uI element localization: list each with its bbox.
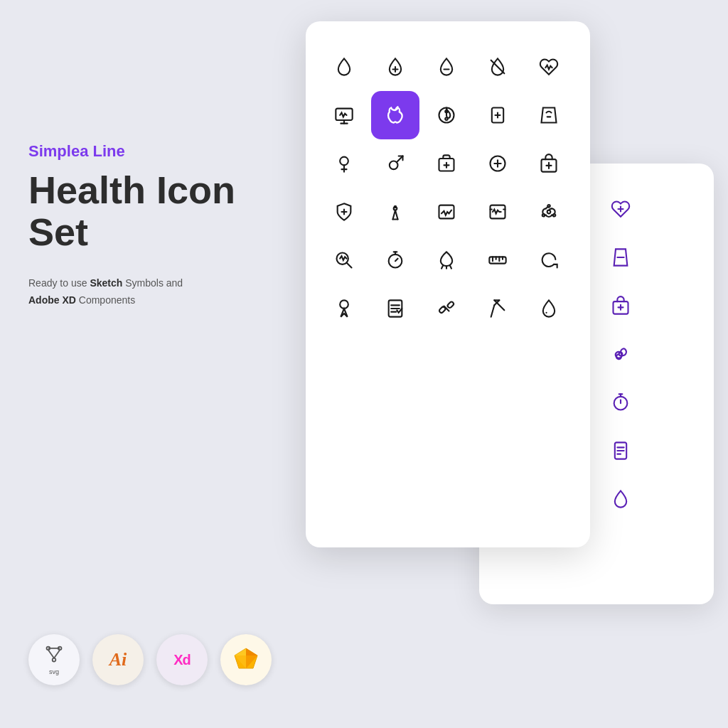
icon-yin-yang [422, 91, 471, 139]
icon-health-report [371, 284, 419, 333]
left-panel: Simplea Line Health IconSet Ready to use… [28, 142, 270, 309]
back-icon-weight [596, 233, 645, 282]
back-icon-report [596, 427, 645, 475]
svg-rect-85 [489, 257, 505, 263]
svg-point-50 [340, 157, 348, 166]
icon-timer [371, 236, 419, 284]
icon-water-add [371, 43, 419, 91]
icon-water-off [473, 43, 522, 91]
icon-ribbon-cancer [320, 284, 368, 333]
back-icon-timer [596, 378, 645, 427]
icon-measuring-tape [473, 236, 522, 284]
desc-adobe: Adobe XD [28, 294, 76, 306]
svg-line-3 [48, 650, 54, 658]
icon-water-drop [320, 43, 368, 91]
icon-medical-plus-circle [473, 139, 522, 188]
tools-row: svg Ai Xd [28, 634, 272, 685]
icon-medical-bag [525, 139, 573, 188]
icon-hand-care [422, 236, 471, 284]
icon-clipboard-health [473, 91, 522, 139]
svg-line-54 [397, 156, 402, 162]
desc-end: Components [76, 294, 135, 306]
icon-weight-scale [525, 91, 573, 139]
icon-cycle-refresh [525, 236, 573, 284]
svg-icon [44, 644, 64, 667]
icon-male-symbol [371, 139, 419, 188]
icon-biohazard [525, 188, 573, 236]
icon-body-measure [371, 188, 419, 236]
svg-line-80 [347, 263, 352, 268]
description: Ready to use Sketch Symbols and Adobe XD… [28, 275, 270, 309]
icon-water-drop-plain [525, 284, 573, 333]
desc-text: Ready to use [28, 277, 90, 289]
desc-sketch: Sketch [90, 277, 122, 289]
icon-water-minus [422, 43, 471, 91]
back-icon-drop-plain [596, 475, 645, 523]
svg-line-4 [54, 650, 60, 658]
svg-point-70 [395, 206, 396, 208]
icon-heart-ecg [473, 188, 522, 236]
svg-label: svg [49, 668, 59, 675]
svg-point-2 [53, 658, 56, 662]
main-title: Health IconSet [28, 169, 270, 254]
sketch-tool-badge [220, 634, 272, 685]
back-icon-biohazard [596, 330, 645, 378]
card-front [306, 21, 590, 547]
svg-point-76 [547, 205, 550, 208]
svg-line-101 [491, 305, 495, 316]
ai-tool-badge: Ai [92, 634, 144, 685]
xd-tool-badge: Xd [156, 634, 208, 685]
icon-first-aid-kit [422, 139, 471, 188]
svg-line-84 [395, 259, 398, 262]
back-icon-bag-plus [596, 282, 645, 330]
svg-tool-badge: svg [28, 634, 80, 685]
icon-pills [422, 284, 471, 333]
icon-apple-highlighted [371, 91, 419, 139]
back-icon-heart-care [596, 185, 645, 233]
xd-icon: Xd [173, 653, 191, 667]
svg-point-44 [445, 110, 448, 113]
ai-icon: Ai [109, 651, 127, 669]
icon-health-monitor [320, 91, 368, 139]
svg-line-98 [494, 300, 504, 310]
icon-search-health [320, 236, 368, 284]
sketch-icon [233, 647, 259, 673]
svg-point-78 [542, 214, 545, 217]
icon-female-symbol [320, 139, 368, 188]
brand-subtitle: Simplea Line [28, 142, 270, 161]
desc-mid: Symbols and [122, 277, 183, 289]
icon-health-image [422, 188, 471, 236]
icon-shield-plus [320, 188, 368, 236]
svg-rect-96 [446, 301, 454, 309]
svg-point-77 [553, 214, 556, 217]
icon-grid-main [320, 43, 576, 333]
icon-heart-pulse [525, 43, 573, 91]
icon-crutch [473, 284, 522, 333]
svg-point-45 [445, 118, 448, 121]
